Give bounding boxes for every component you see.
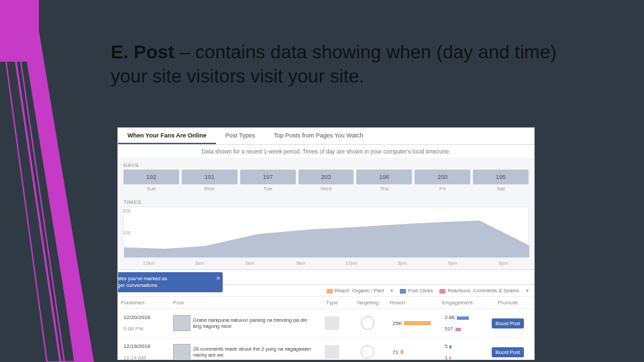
swatch-reach <box>327 289 333 294</box>
boost-button[interactable]: Boost Post <box>492 347 524 357</box>
heading-rest: – contains data showing when (day and ti… <box>111 42 557 86</box>
chevron-down-icon[interactable]: ▾ <box>526 288 529 294</box>
day-box: 191 <box>182 170 237 184</box>
day-box: 195 <box>473 170 529 184</box>
col-type: Type <box>316 297 348 308</box>
slide-heading: E. Post – contains data showing when (da… <box>111 40 580 88</box>
time-axis-labels: 12am 3am 6am 9am 12pm 3pm 6pm 9pm <box>118 261 534 269</box>
cell-published: 12/20/20185:06 PM <box>118 309 170 337</box>
time-label: 3am <box>174 261 225 265</box>
legend-clicks: Post Clicks <box>400 288 433 294</box>
day-label: Wed <box>299 186 354 192</box>
swatch-clicks <box>400 289 406 294</box>
boost-button[interactable]: Boost Post <box>492 318 524 328</box>
day-label: Fri <box>415 186 470 192</box>
cell-published: 12/19/201811:14 AM <box>118 338 170 360</box>
cell-engagement: 2.8K 517 <box>439 309 482 337</box>
day-label: Sat <box>473 186 529 192</box>
timezone-note: Data shown for a recent 1-week period. T… <box>118 145 534 159</box>
chevron-down-icon[interactable]: ▾ <box>390 288 393 294</box>
swatch-reactions <box>439 289 445 294</box>
legend-reactions: Reactions, Comments & Shares <box>439 288 519 294</box>
col-post: Post <box>170 297 316 308</box>
image-icon <box>325 345 339 359</box>
time-label: 3pm <box>377 261 428 265</box>
days-label: DAYS <box>118 159 534 170</box>
time-label: 9am <box>276 261 327 265</box>
post-thumb <box>173 344 191 360</box>
post-caption: 26 comments made about the 2 yung na nag… <box>193 346 313 358</box>
time-label: 12am <box>123 261 174 265</box>
day-label: Thu <box>356 186 412 192</box>
day-box: 200 <box>415 170 470 184</box>
close-icon[interactable]: × <box>217 275 220 282</box>
day-box: 196 <box>356 170 412 184</box>
tab-top-posts[interactable]: Top Posts from Pages You Watch <box>264 128 372 144</box>
cell-engagement: 5 1 <box>439 338 482 360</box>
col-reach: Reach <box>387 297 439 308</box>
tab-post-types[interactable]: Post Types <box>216 128 264 144</box>
day-box: 197 <box>240 170 296 184</box>
day-axis-labels: Sun Mon Tue Wed Thu Fri Sat <box>118 184 534 196</box>
legend-reach: Reach: Organic / Paid <box>327 288 384 294</box>
globe-icon <box>361 345 374 359</box>
heading-bold: E. Post <box>111 42 174 62</box>
time-label: 6am <box>225 261 276 265</box>
times-area-chart: 200 100 <box>123 206 529 258</box>
days-bar-chart: 192 191 197 203 196 200 195 <box>118 170 534 184</box>
insights-tabs: When Your Fans Are Online Post Types Top… <box>118 128 534 145</box>
day-label: Tue <box>240 186 296 192</box>
time-label: 12pm <box>326 261 377 265</box>
globe-icon <box>361 316 374 330</box>
cell-post: Grabe nanipuna natuvon parang na trendin… <box>170 312 316 334</box>
table-row[interactable]: 12/19/201811:14 AM 26 comments made abou… <box>118 338 534 360</box>
day-box: 203 <box>299 170 354 184</box>
cell-reach: 25K <box>387 315 439 332</box>
col-promote: Promote <box>482 297 534 308</box>
day-label: Sun <box>123 186 179 192</box>
toast-line1: ck the sales you've marked as <box>117 276 167 282</box>
insights-screenshot: When Your Fans Are Online Post Types Top… <box>117 127 535 360</box>
day-label: Mon <box>182 186 237 192</box>
times-label: TIMES <box>118 196 534 206</box>
tab-fans-online[interactable]: When Your Fans Are Online <box>118 128 216 144</box>
post-thumb <box>173 315 191 331</box>
col-targeting: Targeting <box>348 297 387 308</box>
table-row[interactable]: 12/20/20185:06 PM Grabe nanipuna natuvon… <box>118 309 534 338</box>
toast-line2: messenger conversations <box>117 282 157 288</box>
posts-table-head: Published Post Type Targeting Reach Enga… <box>118 297 534 309</box>
col-published: Published <box>118 297 170 308</box>
time-label: 6pm <box>427 261 478 265</box>
day-box: 192 <box>123 170 179 184</box>
col-engagement: Engagement <box>439 297 482 308</box>
messenger-toast[interactable]: ck the sales you've marked as messenger … <box>117 272 223 292</box>
image-icon <box>325 316 339 330</box>
time-label: 9pm <box>478 261 529 265</box>
cell-post: 26 comments made about the 2 yung na nag… <box>170 341 316 360</box>
post-caption: Grabe nanipuna natuvon parang na trendin… <box>193 317 313 329</box>
cell-reach: 71 <box>387 344 439 361</box>
